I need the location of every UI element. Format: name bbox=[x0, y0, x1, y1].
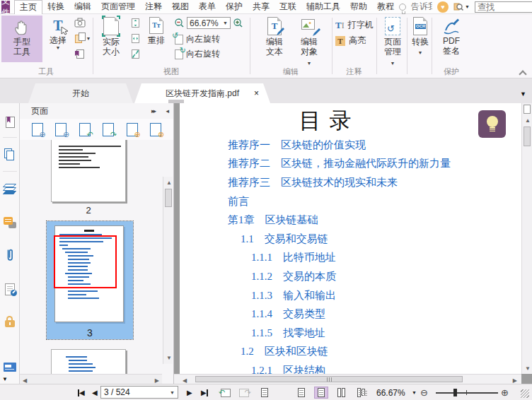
menu-item[interactable]: 辅助工具 bbox=[301, 0, 345, 14]
zoom-dropdown-icon[interactable]: ▼ bbox=[223, 20, 228, 25]
typewriter-button[interactable]: TI 打字机 bbox=[335, 19, 374, 31]
panel-horizontal-scrollbar[interactable]: ◀ ▶ bbox=[20, 374, 162, 384]
pdf-sign-button[interactable]: PDF签名 bbox=[436, 17, 467, 57]
first-page-button[interactable]: ◀ bbox=[78, 384, 85, 400]
previous-page-button[interactable]: ◀ bbox=[92, 384, 98, 400]
select-dropdown-icon[interactable]: ▼ bbox=[56, 45, 61, 51]
zoom-slider-track[interactable] bbox=[436, 392, 498, 394]
collapse-ribbon-icon[interactable] bbox=[519, 71, 526, 75]
toc-entry[interactable]: 1.2.1区块结构 bbox=[228, 361, 514, 374]
layers-panel-icon[interactable] bbox=[0, 180, 20, 198]
highlight-button[interactable]: T 高亮 bbox=[335, 35, 366, 47]
menu-item[interactable]: 互联 bbox=[274, 0, 301, 14]
thumbnail-page-3-selected[interactable]: 3 bbox=[47, 221, 133, 339]
page-zoom-in-icon[interactable]: ⊕ bbox=[32, 123, 43, 136]
security-panel-icon[interactable] bbox=[0, 312, 20, 331]
resize-grip[interactable] bbox=[521, 389, 529, 398]
zoom-value-box[interactable]: 66.67% ▼ bbox=[187, 17, 231, 29]
tab-document[interactable]: 区块链开发指南.pdf × bbox=[134, 83, 270, 103]
fit-width-icon[interactable] bbox=[129, 33, 141, 44]
zoom-out-icon[interactable] bbox=[174, 18, 185, 28]
menu-item[interactable]: 帮助 bbox=[345, 0, 372, 14]
menu-item[interactable]: 视图 bbox=[167, 0, 194, 14]
lightbulb-tip-icon[interactable] bbox=[478, 110, 506, 138]
menu-item[interactable]: 转换 bbox=[42, 0, 69, 14]
current-view-rectangle[interactable] bbox=[54, 235, 117, 288]
toc-entry[interactable]: 1.2区块和区块链 bbox=[228, 343, 514, 362]
scroll-up-icon[interactable]: ▲ bbox=[525, 117, 531, 124]
toc-entry[interactable]: 1.1.2交易的本质 bbox=[228, 267, 514, 286]
view-facing-button[interactable] bbox=[334, 387, 348, 399]
paste-dropdown-icon[interactable]: ▼ bbox=[86, 36, 91, 41]
hand-tool-button[interactable]: 手型工具 bbox=[1, 16, 42, 62]
signatures-panel-icon[interactable] bbox=[0, 280, 20, 298]
panel-collapse-icon[interactable]: ◂ bbox=[166, 107, 168, 114]
thumbnail-page-2[interactable] bbox=[51, 140, 126, 202]
page-layout-menu-icon[interactable] bbox=[258, 384, 272, 400]
scrollbar-thumb[interactable] bbox=[524, 127, 531, 146]
fields-panel-icon[interactable] bbox=[0, 358, 20, 376]
pdf-page[interactable]: 目录 推荐序一区块链的价值实现推荐序二区块链，推动金融代际跃升的新力量推荐序三区… bbox=[180, 103, 521, 374]
page-zoom-out-icon[interactable]: ⊖ bbox=[55, 123, 66, 136]
document-horizontal-scrollbar[interactable]: ◀ ▶ bbox=[174, 374, 521, 384]
rotate-left-button[interactable]: ↺ 向左旋转 bbox=[175, 33, 220, 45]
page-rotate-left-icon[interactable]: ↶ bbox=[79, 123, 91, 136]
bookmarks-panel-icon[interactable] bbox=[0, 113, 20, 131]
scroll-left-icon[interactable]: ◀ bbox=[23, 377, 27, 384]
tab-list-dropdown-icon[interactable]: ▼ bbox=[520, 90, 526, 98]
attachments-panel-icon[interactable] bbox=[0, 246, 20, 264]
menu-item[interactable]: 页面管理 bbox=[96, 0, 140, 14]
reflow-button[interactable]: Tт 重排 bbox=[141, 17, 171, 45]
toc-entry[interactable]: 前言 bbox=[228, 192, 514, 211]
strip-more-icon[interactable]: ▼ bbox=[2, 376, 8, 382]
scroll-up-icon[interactable]: ▲ bbox=[166, 180, 172, 186]
actual-size-button[interactable]: 实际大小 bbox=[95, 17, 127, 57]
toc-entry[interactable]: 1.1.5找零地址 bbox=[228, 324, 514, 343]
page-number-box[interactable]: 3 / 524 ▼ bbox=[100, 386, 178, 399]
toc-entry[interactable]: 推荐序二区块链，推动金融代际跃升的新力量 bbox=[228, 155, 514, 174]
file-menu-button[interactable]: 文件 bbox=[1, 1, 10, 13]
search-mode-icon[interactable]: ▼ bbox=[453, 2, 470, 12]
tell-me-label[interactable]: 告诉我 bbox=[411, 1, 432, 13]
page-rotate-right-icon[interactable]: ↷ bbox=[103, 123, 114, 136]
menu-item[interactable]: 注释 bbox=[140, 0, 167, 14]
toc-entry[interactable]: 1.1.4交易类型 bbox=[228, 305, 514, 324]
menu-item[interactable]: 共享 bbox=[248, 0, 274, 14]
edit-text-button[interactable]: T 编辑文本 bbox=[259, 17, 290, 57]
toc-entry[interactable]: 1.1交易和交易链 bbox=[228, 230, 514, 249]
tell-me-bulb-icon[interactable] bbox=[399, 4, 406, 11]
fit-page-icon[interactable] bbox=[129, 17, 141, 28]
slider-zoom-out-icon[interactable]: ⊖ bbox=[420, 384, 428, 400]
view-continuous-button[interactable] bbox=[314, 387, 328, 399]
page-management-button[interactable]: ↺ 页面管理▼ bbox=[379, 17, 406, 67]
menu-item[interactable]: 编辑 bbox=[69, 0, 96, 14]
scrollbar-thumb[interactable] bbox=[165, 189, 172, 207]
scroll-right-icon[interactable]: ▶ bbox=[513, 377, 517, 384]
page-add-icon[interactable]: ⊕ bbox=[127, 123, 138, 136]
snapshot-camera-icon[interactable] bbox=[74, 17, 86, 28]
last-page-button[interactable]: ▶ bbox=[201, 384, 208, 400]
split-view-handle[interactable] bbox=[524, 105, 531, 114]
edit-object-button[interactable]: 编辑对象▼ bbox=[293, 17, 325, 67]
scrollbar-thumb[interactable] bbox=[195, 376, 463, 382]
page-delete-icon[interactable]: ⊗ bbox=[150, 123, 161, 136]
next-page-button[interactable]: ▶ bbox=[187, 384, 192, 400]
zoom-in-icon[interactable] bbox=[233, 18, 243, 28]
zoom-slider-thumb[interactable] bbox=[453, 389, 457, 396]
page-dropdown-icon[interactable]: ▼ bbox=[170, 390, 175, 395]
scroll-right-icon[interactable]: ▶ bbox=[155, 377, 159, 384]
toc-entry[interactable]: 1.1.3输入和输出 bbox=[228, 286, 514, 305]
search-input[interactable] bbox=[475, 2, 532, 12]
previous-view-button[interactable]: ↶ bbox=[221, 384, 231, 400]
scroll-left-icon[interactable]: ◀ bbox=[183, 377, 187, 384]
document-vertical-scrollbar[interactable]: ▲ ▼ bbox=[521, 103, 532, 374]
tab-close-icon[interactable]: × bbox=[254, 88, 259, 98]
select-tool-button[interactable]: T 选择 ▼ bbox=[44, 17, 72, 52]
comments-panel-icon[interactable] bbox=[0, 213, 20, 232]
scroll-down-icon[interactable]: ▼ bbox=[525, 365, 531, 372]
toc-entry[interactable]: 推荐序三区块链技术的现实和未来 bbox=[228, 173, 514, 192]
status-zoom-value[interactable]: 66.67% bbox=[376, 384, 405, 400]
toc-entry[interactable]: 推荐序一区块链的价值实现 bbox=[228, 136, 514, 155]
menu-item[interactable]: 教程 bbox=[372, 0, 399, 14]
scroll-down-icon[interactable]: ▼ bbox=[166, 355, 172, 361]
